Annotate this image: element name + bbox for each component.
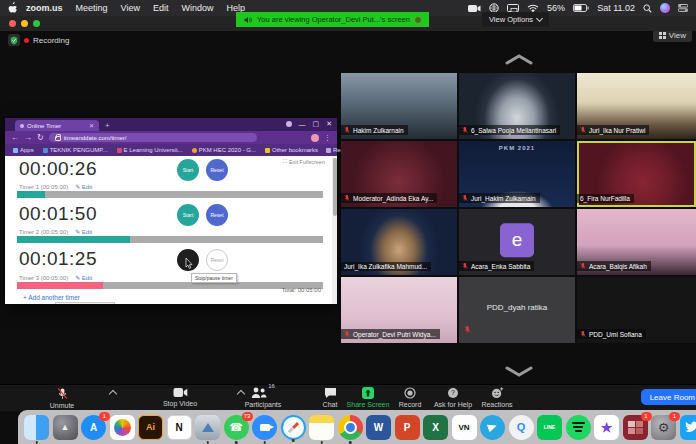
camera-status-icon[interactable]: [468, 4, 481, 13]
menu-item-edit[interactable]: Edit: [153, 3, 169, 13]
bookmark-item[interactable]: TEKNIK PENGUMP...: [43, 147, 108, 153]
audio-options-chevron[interactable]: [109, 390, 117, 398]
settings-gear-icon[interactable]: ⚙1: [651, 415, 676, 440]
scrollbar-thumb[interactable]: [333, 158, 337, 216]
participant-tile[interactable]: PDD_Umi Sofiana: [577, 277, 696, 343]
timer-1-start-button[interactable]: Start: [177, 159, 199, 181]
bookmarks-bar: Apps TEKNIK PENGUMP... E Learning Univer…: [5, 144, 337, 156]
quicktime-icon[interactable]: Q: [509, 415, 534, 440]
unmute-button[interactable]: Unmute: [32, 387, 92, 409]
star-app-icon[interactable]: ★: [594, 415, 619, 440]
exit-fullscreen-link[interactable]: ⛶Exit Fullscreen: [283, 158, 325, 165]
add-another-timer-link[interactable]: + Add another timer: [23, 294, 80, 301]
new-tab-button[interactable]: +: [105, 121, 110, 131]
participant-tile[interactable]: Juri_Ika Zulkafika Mahmud...: [341, 209, 457, 275]
browser-extension-icon[interactable]: [286, 121, 292, 127]
other-bookmarks[interactable]: Other bookmarks: [265, 147, 318, 153]
browser-tab[interactable]: Online Timer ✕: [15, 120, 99, 131]
line-app-icon[interactable]: LINE: [537, 415, 562, 440]
timer-1-edit-link[interactable]: ✎ Edit: [75, 184, 92, 190]
chat-label: Chat: [323, 401, 338, 408]
chrome-icon[interactable]: [338, 415, 363, 440]
timer-3-reset-button[interactable]: Reset: [206, 249, 228, 271]
stop-share-dot-icon: [415, 17, 421, 23]
participant-tile[interactable]: Juri_Ika Nur Pratiwi: [577, 73, 696, 139]
muted-mic-icon: [462, 126, 468, 134]
browser-profile-avatar[interactable]: [311, 134, 319, 142]
kebab-menu-icon[interactable]: ⋮: [324, 134, 331, 142]
gallery-scroll-up[interactable]: [341, 51, 696, 69]
finder-icon[interactable]: [24, 415, 49, 440]
timer-2-edit-link[interactable]: ✎ Edit: [75, 229, 92, 235]
launchpad-icon[interactable]: ▲: [53, 415, 78, 440]
bookmark-apps[interactable]: Apps: [13, 147, 34, 153]
timer-3-edit-link[interactable]: ✎ Edit: [75, 275, 92, 281]
participant-tile[interactable]: Hakim Zulkarnain: [341, 73, 457, 139]
security-shield-icon[interactable]: [8, 34, 20, 46]
notes-icon[interactable]: [309, 415, 334, 440]
leave-room-button[interactable]: Leave Room: [641, 389, 696, 405]
forward-icon[interactable]: →: [24, 133, 32, 142]
spotify-icon[interactable]: [566, 415, 591, 440]
url-field[interactable]: timeanddate.com/timer/: [49, 133, 257, 142]
back-icon[interactable]: ←: [11, 133, 19, 142]
page-scrollbar[interactable]: [332, 156, 337, 304]
preview-icon[interactable]: [195, 415, 220, 440]
control-center-icon[interactable]: [678, 4, 688, 12]
twitter-icon[interactable]: 2: [680, 415, 696, 440]
word-icon[interactable]: W: [366, 415, 391, 440]
participant-tile[interactable]: Moderator_Adinda Eka Ay...: [341, 141, 457, 207]
notion-icon[interactable]: N: [167, 415, 192, 440]
excel-icon[interactable]: X: [423, 415, 448, 440]
zoom-window-button[interactable]: [33, 20, 40, 27]
siri-icon[interactable]: [660, 3, 670, 13]
telegram-icon[interactable]: [480, 415, 505, 440]
menu-clock[interactable]: Sat 11.02: [597, 3, 635, 13]
view-options-button[interactable]: View Options: [482, 12, 549, 27]
menu-item-window[interactable]: Window: [181, 3, 213, 13]
minimize-window-button[interactable]: [21, 20, 28, 27]
participant-tile[interactable]: e Acara_Enka Sabbita: [459, 209, 575, 275]
close-icon[interactable]: ✕: [326, 120, 332, 128]
powerpoint-icon[interactable]: P: [395, 415, 420, 440]
menu-app-name[interactable]: zoom.us: [26, 3, 63, 13]
participant-tile[interactable]: Operator_Devi Putri Widya...: [341, 277, 457, 343]
whatsapp-icon[interactable]: ☎73: [224, 415, 249, 440]
timer-1-reset-button[interactable]: Reset: [206, 159, 228, 181]
bookmark-item[interactable]: PKM HEC 2020 - G...: [192, 147, 256, 153]
timer-2-start-button[interactable]: Start: [177, 204, 199, 226]
gallery-scroll-down[interactable]: [341, 363, 696, 381]
participant-tile-active-speaker[interactable]: 6_Fira NurFadilla: [577, 141, 696, 207]
stop-video-button[interactable]: Stop Video: [150, 387, 210, 407]
vn-app-icon[interactable]: VN: [452, 415, 477, 440]
safari-icon[interactable]: [281, 415, 306, 440]
reactions-button[interactable]: Reactions: [467, 387, 527, 408]
spotlight-search-icon[interactable]: [643, 4, 652, 13]
timer-order-select[interactable]: [55, 302, 115, 304]
minimize-icon[interactable]: —: [299, 121, 306, 128]
participant-tile[interactable]: Acara_Balqis Afikah: [577, 209, 696, 275]
reload-icon[interactable]: ↻: [37, 133, 44, 142]
muted-mic-icon: [580, 126, 586, 134]
app-store-icon[interactable]: A1: [81, 415, 106, 440]
stop-video-label: Stop Video: [163, 400, 197, 407]
photo-collage-app-icon[interactable]: 1: [623, 415, 648, 440]
maximize-icon[interactable]: ▢: [313, 120, 320, 128]
help-icon: ?: [447, 387, 459, 399]
menu-item-view[interactable]: View: [121, 3, 140, 13]
participant-tile[interactable]: PDD_dyah ratika: [459, 277, 575, 343]
participants-button[interactable]: 16 Participants: [233, 387, 293, 408]
apple-logo-icon[interactable]: [8, 2, 18, 14]
participant-tile[interactable]: 6_Salwa Pooja Meliantinasari: [459, 73, 575, 139]
photos-icon[interactable]: [110, 415, 135, 440]
timer-3-time: 00:01:25: [19, 248, 97, 270]
timer-2-reset-button[interactable]: Reset: [206, 204, 228, 226]
meeting-content: Recording View Online Timer ✕ + — ▢ ✕: [0, 31, 696, 384]
participant-tile[interactable]: PKM 2021 Juri_Hakim Zulkarnain: [459, 141, 575, 207]
close-window-button[interactable]: [9, 20, 16, 27]
illustrator-icon[interactable]: Ai: [138, 415, 163, 440]
bookmark-item[interactable]: E Learning Universit...: [117, 147, 183, 153]
close-tab-icon[interactable]: ✕: [89, 122, 94, 129]
menu-item-meeting[interactable]: Meeting: [76, 3, 108, 13]
zoom-app-icon[interactable]: [252, 415, 277, 440]
